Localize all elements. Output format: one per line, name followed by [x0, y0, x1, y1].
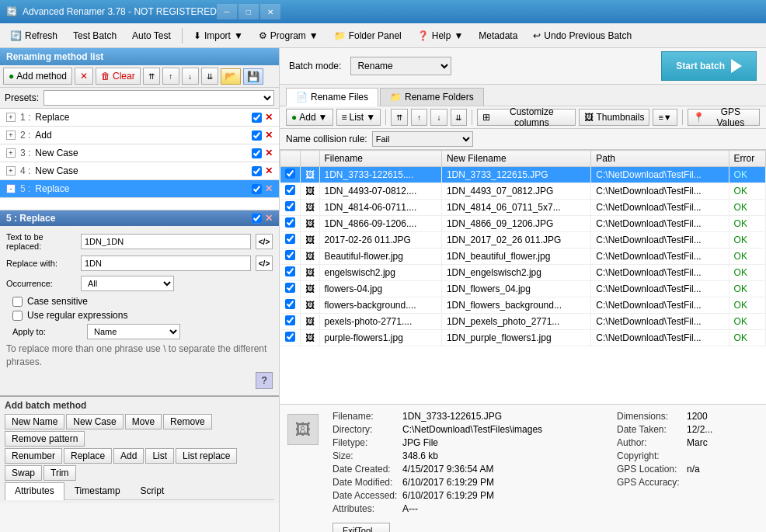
table-row[interactable]: 🖼 pexels-photo-2771.... 1DN_pexels_photo… [280, 314, 766, 330]
row-check-1[interactable] [285, 185, 295, 195]
col-path[interactable]: Path [591, 151, 729, 167]
method-item-3[interactable]: + 3 : New Case ✕ [0, 144, 279, 162]
collapse-3[interactable]: + [6, 148, 16, 158]
collapse-1[interactable]: + [6, 113, 16, 122]
tab-script[interactable]: Script [131, 482, 175, 499]
undo-button[interactable]: ↩ Undo Previous Batch [526, 26, 639, 46]
load-presets-button[interactable]: 📂 [221, 68, 241, 85]
swap-button[interactable]: Swap [5, 465, 42, 481]
sort-options-button[interactable]: ≡▼ [653, 109, 677, 126]
case-sensitive-check[interactable] [12, 297, 23, 307]
sort-top-button[interactable]: ⇈ [391, 109, 408, 126]
detail-enable[interactable] [252, 213, 262, 224]
renumber-button[interactable]: Renumber [5, 448, 62, 464]
row-check-4[interactable] [285, 234, 295, 244]
move-down-button[interactable]: ↓ [182, 68, 199, 85]
move-up-button[interactable]: ↑ [162, 68, 179, 85]
use-regex-check[interactable] [12, 311, 23, 321]
replace-with-code-btn[interactable]: </> [256, 256, 273, 271]
list-replace-button[interactable]: List replace [176, 448, 237, 464]
thumbnails-button[interactable]: 🖼 Thumbnails [579, 109, 649, 126]
sort-down-button[interactable]: ↓ [430, 109, 447, 126]
method-check-2[interactable] [252, 130, 262, 141]
replace-button[interactable]: Replace [64, 448, 112, 464]
table-row[interactable]: 🖼 Beautiful-flower.jpg 1DN_beautiful_flo… [280, 249, 766, 265]
collapse-4[interactable]: + [6, 166, 16, 176]
add-button[interactable]: Add [113, 448, 144, 464]
remove-button[interactable]: Remove [163, 414, 212, 429]
table-row[interactable]: 🖼 1DN_3733-122615.... 1DN_3733_122615.JP… [280, 167, 766, 183]
table-row[interactable]: 🖼 flowers-04.jpg 1DN_flowers_04.jpg C:\N… [280, 281, 766, 297]
replace-with-input[interactable] [81, 256, 251, 271]
method-check-3[interactable] [252, 148, 262, 158]
row-check-9[interactable] [285, 315, 295, 325]
gps-values-button[interactable]: 📍 GPS Values [688, 109, 760, 126]
method-item-4[interactable]: + 4 : New Case ✕ [0, 162, 279, 180]
collapse-2[interactable]: + [6, 130, 16, 140]
minimize-button[interactable]: ─ [217, 4, 237, 19]
row-check-6[interactable] [285, 266, 295, 276]
row-check-5[interactable] [285, 250, 295, 260]
row-check-10[interactable] [285, 332, 295, 342]
maximize-button[interactable]: □ [239, 4, 259, 19]
batch-mode-combo[interactable]: Rename Copy Move [350, 57, 451, 75]
occurrence-combo[interactable]: All First Last [81, 276, 174, 291]
method-item-2[interactable]: + 2 : Add ✕ [0, 127, 279, 144]
delete-4[interactable]: ✕ [265, 165, 273, 176]
tab-rename-folders[interactable]: 📁 Rename Folders [380, 88, 484, 106]
col-filename[interactable]: Filename [319, 151, 441, 167]
text-replace-code-btn[interactable]: </> [256, 234, 273, 249]
method-item-1[interactable]: + 1 : Replace ✕ [0, 109, 279, 127]
table-row[interactable]: 🖼 engelswisch2.jpg 1DN_engelswisch2.jpg … [280, 265, 766, 281]
row-check-0[interactable] [285, 169, 295, 179]
save-presets-button[interactable]: 💾 [243, 68, 263, 85]
method-check-1[interactable] [252, 113, 262, 123]
trim-button[interactable]: Trim [44, 465, 76, 481]
move-top-button[interactable]: ⇈ [143, 68, 160, 85]
sort-up-button[interactable]: ↑ [411, 109, 428, 126]
new-case-button[interactable]: New Case [66, 414, 123, 429]
col-new-filename[interactable]: New Filename [441, 151, 590, 167]
collision-combo[interactable]: Fail Skip Overwrite [372, 131, 473, 147]
new-name-button[interactable]: New Name [5, 414, 64, 429]
file-table-scroll[interactable]: Filename New Filename Path Error 🖼 1DN_3… [280, 150, 766, 404]
collapse-5[interactable]: - [6, 184, 16, 193]
tab-timestamp[interactable]: Timestamp [64, 482, 131, 499]
table-row[interactable]: 🖼 purple-flowers1.jpg 1DN_purple_flowers… [280, 330, 766, 346]
delete-1[interactable]: ✕ [265, 112, 273, 123]
row-check-2[interactable] [285, 201, 295, 211]
customize-columns-button[interactable]: ⊞ Customize columns [477, 109, 576, 126]
tab-attributes[interactable]: Attributes [5, 482, 64, 500]
close-button[interactable]: ✕ [260, 4, 280, 19]
table-row[interactable]: 🖼 flowers-background.... 1DN_flowers_bac… [280, 297, 766, 314]
auto-test-button[interactable]: Auto Test [125, 26, 178, 46]
metadata-button[interactable]: Metadata [472, 26, 524, 46]
add-files-button[interactable]: ● Add ▼ [286, 109, 333, 126]
list-button[interactable]: List [145, 448, 174, 464]
program-button[interactable]: ⚙ Program ▼ [252, 26, 326, 46]
delete-3[interactable]: ✕ [265, 148, 273, 158]
clear-button[interactable]: 🗑 Clear [96, 68, 141, 85]
text-to-replace-input[interactable] [81, 234, 251, 249]
delete-method-button[interactable]: ✕ [75, 68, 93, 85]
sort-bottom-button[interactable]: ⇊ [451, 109, 468, 126]
move-button[interactable]: Move [125, 414, 162, 429]
method-check-5[interactable] [252, 184, 262, 194]
exif-tool-button[interactable]: ExifTool... [333, 523, 390, 532]
table-row[interactable]: 🖼 1DN_4814-06-0711.... 1DN_4814_06_0711_… [280, 200, 766, 216]
col-error[interactable]: Error [729, 151, 765, 167]
method-item-5[interactable]: - 5 : Replace ✕ [0, 180, 279, 198]
row-check-3[interactable] [285, 217, 295, 228]
method-check-4[interactable] [252, 166, 262, 176]
table-row[interactable]: 🖼 2017-02-26 011.JPG 1DN_2017_02_26 011.… [280, 232, 766, 249]
row-check-7[interactable] [285, 283, 295, 293]
row-check-8[interactable] [285, 299, 295, 309]
tab-rename-files[interactable]: 📄 Rename Files [286, 88, 378, 106]
refresh-button[interactable]: 🔄 Refresh [3, 26, 64, 46]
add-method-button[interactable]: ● Add method [3, 68, 72, 85]
detail-delete[interactable]: ✕ [265, 213, 273, 224]
test-batch-button[interactable]: Test Batch [66, 26, 124, 46]
remove-pattern-button[interactable]: Remove pattern [5, 431, 85, 447]
list-files-button[interactable]: ≡ List ▼ [336, 109, 381, 126]
delete-5[interactable]: ✕ [265, 183, 273, 194]
